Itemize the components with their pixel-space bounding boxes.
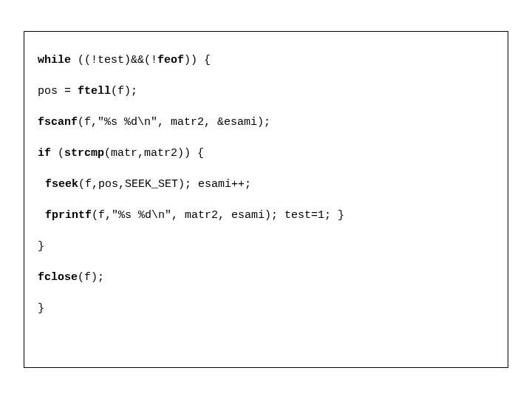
kw-fseek: fseek [45, 178, 78, 191]
txt: ( [51, 147, 64, 160]
kw-while: while [38, 54, 71, 66]
txt: pos = [38, 85, 78, 98]
txt: )) { [184, 54, 211, 66]
code-line-6: fprintf(f,"%s %d\n", matr2, esami); test… [38, 209, 494, 222]
code-line-1: while ((!test)&&(!feof)) { [38, 54, 494, 67]
kw-feof: feof [157, 54, 184, 66]
code-box: while ((!test)&&(!feof)) { pos = ftell(f… [24, 31, 508, 368]
kw-if: if [38, 147, 51, 160]
txt: (f,pos,SEEK_SET); esami++; [78, 178, 251, 191]
code-line-4: if (strcmp(matr,matr2)) { [38, 147, 494, 160]
txt: (f); [111, 85, 137, 98]
txt: } [38, 240, 44, 253]
txt: (f,"%s %d\n", matr2, esami); test=1; } [92, 209, 344, 222]
code-line-7: } [38, 240, 494, 253]
txt: (f,"%s %d\n", matr2, &esami); [78, 116, 270, 129]
code-line-3: fscanf(f,"%s %d\n", matr2, &esami); [38, 116, 494, 129]
code-line-9: } [38, 302, 494, 316]
txt: ((!test)&&(! [71, 54, 157, 66]
kw-fclose: fclose [38, 271, 78, 284]
code-line-5: fseek(f,pos,SEEK_SET); esami++; [38, 178, 494, 191]
txt: } [38, 302, 44, 315]
code-line-8: fclose(f); [38, 271, 494, 284]
kw-ftell: ftell [78, 85, 111, 98]
txt: (f); [78, 271, 104, 284]
kw-strcmp: strcmp [64, 147, 104, 160]
txt: (matr,matr2)) { [104, 147, 204, 160]
kw-fscanf: fscanf [38, 116, 78, 129]
kw-fprintf: fprintf [45, 209, 92, 222]
code-line-2: pos = ftell(f); [38, 85, 494, 98]
